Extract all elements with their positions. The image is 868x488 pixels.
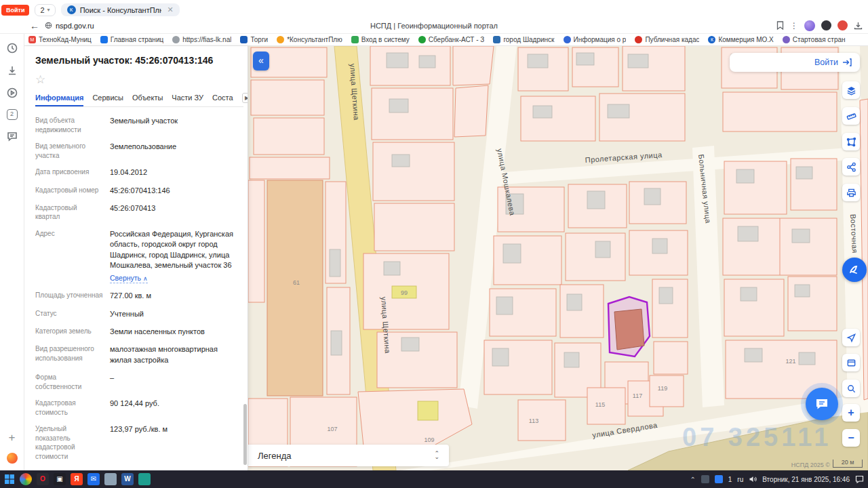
taskbar-app-dark[interactable]: ▣: [54, 473, 66, 485]
bookmark-item[interactable]: город Шадринск: [493, 36, 554, 43]
volume-icon[interactable]: [749, 475, 757, 483]
parcel-61[interactable]: [267, 180, 323, 396]
legend-expand-icon[interactable]: ⌃⌄: [434, 452, 439, 459]
tab-group-count: 2: [40, 6, 44, 14]
parcel-title: Земельный участок: 45:26:070413:146: [35, 54, 243, 66]
tab-sostav[interactable]: Соста: [212, 89, 233, 106]
attribute-row: СтатусУчтенный: [35, 309, 237, 319]
attribute-row: Кадастровый номер45:26:070413:146: [35, 186, 237, 196]
profile-avatar[interactable]: [804, 20, 815, 31]
parcel-number: 119: [658, 385, 667, 392]
collapse-address-link[interactable]: Свернуть ∧: [110, 273, 148, 284]
legend-bar[interactable]: Легенда ⌃⌄: [248, 445, 449, 466]
taskbar-app-teal[interactable]: [138, 473, 151, 485]
map-viewport[interactable]: улица Щеткина улица Щеткина улица Мошкал…: [248, 46, 868, 470]
bookmark-item[interactable]: Стартовая стран: [783, 36, 846, 43]
back-button[interactable]: ←: [30, 20, 39, 31]
taskbar-app-explorer[interactable]: [104, 473, 117, 485]
parcel-113[interactable]: [518, 400, 566, 441]
tab-favicon: К: [67, 5, 76, 14]
start-button[interactable]: [4, 474, 15, 485]
print-button[interactable]: [842, 184, 860, 201]
parcel-number: 99: [401, 289, 408, 296]
parcel-number: 107: [327, 426, 337, 432]
tab-servisy[interactable]: Сервисы: [92, 89, 123, 106]
bookmark-item[interactable]: MТехноКад-Муниц: [28, 36, 92, 43]
tray-expand-icon[interactable]: ⌃: [690, 476, 695, 483]
bookmark-item[interactable]: Торги: [240, 36, 268, 43]
scale-bar: 20 м: [833, 460, 863, 468]
site-info[interactable]: nspd.gov.ru: [45, 22, 94, 30]
downloads-tray-icon[interactable]: [854, 22, 863, 30]
bookmark-item[interactable]: https://fias-lk.nal: [172, 36, 231, 43]
ruler-button[interactable]: [842, 107, 860, 125]
parcel-number: 115: [595, 401, 605, 408]
notifications-icon[interactable]: [855, 475, 864, 483]
clock[interactable]: Вторник, 21 янв 2025, 16:46: [762, 476, 850, 483]
taskbar-app-word[interactable]: W: [121, 473, 134, 485]
address-value: Российская Федерация, Курганская область…: [110, 229, 237, 283]
bookmark-favicon: К: [708, 36, 715, 43]
tray-icon-1[interactable]: [701, 475, 709, 483]
tray-icon-2[interactable]: [715, 475, 723, 483]
extension-icon-dark[interactable]: [821, 20, 831, 30]
cadastral-map[interactable]: улица Щеткина улица Щеткина улица Мошкал…: [248, 46, 868, 470]
language-indicator[interactable]: ru: [737, 476, 743, 483]
tab-informatsiya[interactable]: Информация: [35, 89, 83, 106]
bookmark-flag-icon[interactable]: [776, 21, 784, 30]
downloads-icon[interactable]: [6, 64, 18, 77]
screen: Войти 2 ▾ К Поиск - КонсультантПлю ✕ ← n…: [0, 0, 868, 488]
zoom-in-button[interactable]: +: [842, 404, 860, 422]
taskbar-app-opera[interactable]: O: [37, 473, 49, 485]
locate-button[interactable]: [842, 329, 860, 346]
portal-login-label: Войти: [814, 58, 838, 67]
menu-kebab-icon[interactable]: ⋮: [790, 21, 798, 30]
yandex-services-icon[interactable]: [7, 453, 18, 464]
bookmark-favicon: [351, 36, 359, 43]
lock-icon: [45, 22, 52, 29]
tab-title: Поиск - КонсультантПлю: [80, 6, 162, 14]
favorite-star-icon[interactable]: ☆: [35, 73, 243, 87]
bookmark-item[interactable]: Вход в систему: [351, 36, 410, 43]
share-button[interactable]: [842, 158, 860, 176]
attribute-row: Вид земельного участкаЗемлепользование: [35, 142, 237, 160]
bookmark-item[interactable]: Сбербанк-АСТ - З: [418, 36, 485, 43]
add-panel-icon[interactable]: +: [9, 433, 16, 443]
bookmark-item[interactable]: Публичная кадас: [635, 36, 699, 43]
taskbar-app-mail[interactable]: ✉: [87, 473, 100, 485]
taskbar-app-browser[interactable]: [20, 473, 32, 485]
bookmark-favicon: [240, 36, 248, 43]
panel-scrollbar[interactable]: [243, 46, 247, 470]
tab-obekty[interactable]: Объекты: [132, 89, 163, 106]
active-tab[interactable]: К Поиск - КонсультантПлю ✕: [61, 3, 180, 16]
play-icon[interactable]: [6, 87, 18, 99]
bookmark-favicon: [277, 36, 284, 43]
browser-login-button[interactable]: Войти: [1, 5, 29, 16]
parcel-115[interactable]: [587, 388, 625, 424]
scrollbar-thumb[interactable]: [243, 404, 247, 465]
chat-widget-button[interactable]: [806, 388, 838, 420]
frame-select-button[interactable]: [842, 354, 860, 371]
extension-icon-red[interactable]: [837, 20, 848, 30]
sketch-assistant-button[interactable]: [842, 258, 867, 282]
bookmark-item[interactable]: Главная страниц: [100, 36, 163, 43]
tab-group-button[interactable]: 2 ▾: [35, 4, 55, 16]
area-measure-button[interactable]: [842, 133, 860, 150]
bookmark-item[interactable]: *КонсультантПлю: [277, 36, 342, 43]
history-icon[interactable]: [6, 42, 18, 54]
layers-button[interactable]: [842, 81, 860, 99]
bookmark-favicon: [635, 36, 642, 43]
messenger-icon[interactable]: [6, 130, 18, 142]
tab-close-icon[interactable]: ✕: [167, 5, 173, 14]
portal-login-bar[interactable]: Войти: [730, 53, 860, 72]
attribute-row: Площадь уточненная727.00 кв. м: [35, 291, 237, 301]
taskbar-app-yandex[interactable]: Я: [71, 473, 83, 485]
collapse-panel-button[interactable]: «: [253, 52, 269, 70]
tabs-counter-icon[interactable]: 2: [7, 109, 18, 120]
bookmark-item[interactable]: ККоммерция МО.Х: [708, 36, 773, 43]
bookmark-item[interactable]: Информация о р: [564, 36, 627, 43]
tab-chasti-zu[interactable]: Части ЗУ: [172, 89, 203, 106]
zoom-out-button[interactable]: −: [842, 429, 860, 447]
parcel-number: 117: [633, 392, 642, 399]
search-settings-button[interactable]: [842, 380, 860, 397]
